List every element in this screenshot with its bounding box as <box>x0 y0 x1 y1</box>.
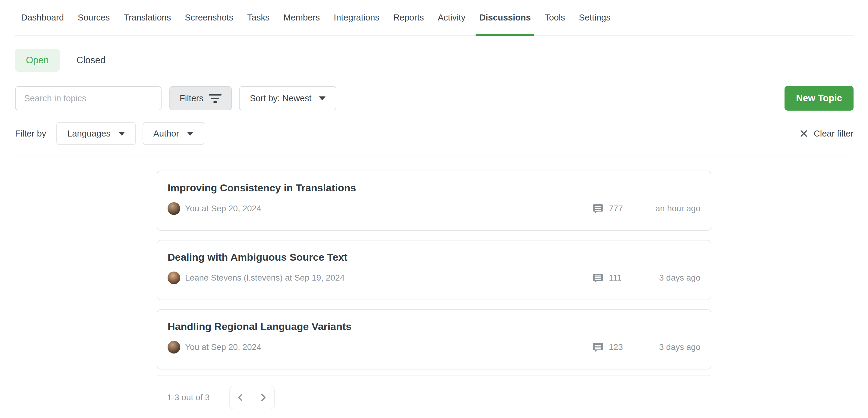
comment-count: 111 <box>592 272 649 284</box>
topic-updated-time: 3 days ago <box>649 273 701 283</box>
topic-author: Leane Stevens (l.stevens) at Sep 19, 202… <box>185 273 592 283</box>
search-input[interactable] <box>15 86 161 110</box>
nav-item-discussions[interactable]: Discussions <box>479 0 531 35</box>
tab-closed[interactable]: Closed <box>75 49 107 72</box>
nav-item-activity[interactable]: Activity <box>438 0 465 35</box>
avatar <box>167 271 180 284</box>
chevron-right-icon <box>258 392 268 403</box>
chevron-down-icon <box>319 96 326 100</box>
comment-icon <box>592 202 604 215</box>
languages-filter-label: Languages <box>67 129 111 139</box>
topic-author: You at Sep 20, 2024 <box>185 342 592 352</box>
topic-updated-time: 3 days ago <box>649 342 701 352</box>
filter-bar: Filter by Languages Author Clear filter <box>0 122 868 145</box>
avatar <box>167 202 180 215</box>
comment-icon <box>592 341 604 353</box>
topic-author: You at Sep 20, 2024 <box>185 204 592 213</box>
chevron-down-icon <box>119 132 125 136</box>
topic-card[interactable]: Dealing with Ambiguous Source Text Leane… <box>157 240 711 300</box>
filters-button-label: Filters <box>180 93 204 103</box>
pagination-bar: 1-3 out of 3 <box>157 375 711 409</box>
nav-item-dashboard[interactable]: Dashboard <box>21 0 64 35</box>
clear-filter-button[interactable]: Clear filter <box>799 129 854 139</box>
avatar <box>167 341 180 354</box>
nav-item-settings[interactable]: Settings <box>579 0 611 35</box>
topic-title[interactable]: Improving Consistency in Translations <box>167 182 701 194</box>
comment-count: 777 <box>592 202 649 215</box>
author-filter-label: Author <box>153 129 179 139</box>
comment-count-value: 123 <box>609 342 623 352</box>
nav-item-tasks[interactable]: Tasks <box>247 0 270 35</box>
filters-button[interactable]: Filters <box>169 86 232 110</box>
next-page-button[interactable] <box>252 386 274 409</box>
new-topic-button[interactable]: New Topic <box>784 86 854 110</box>
topic-meta: You at Sep 20, 2024 123 3 days ago <box>167 341 701 354</box>
topic-meta: Leane Stevens (l.stevens) at Sep 19, 202… <box>167 271 701 284</box>
topics-list: Improving Consistency in Translations Yo… <box>157 170 711 409</box>
sort-dropdown[interactable]: Sort by: Newest <box>239 86 336 110</box>
comment-count: 123 <box>592 341 649 353</box>
nav-item-members[interactable]: Members <box>284 0 320 35</box>
comment-count-value: 111 <box>609 273 622 283</box>
tab-open[interactable]: Open <box>15 49 60 72</box>
pagination-range-label: 1-3 out of 3 <box>167 393 210 402</box>
project-navbar: Dashboard Sources Translations Screensho… <box>14 0 854 36</box>
nav-item-reports[interactable]: Reports <box>393 0 424 35</box>
chevron-down-icon <box>187 132 193 136</box>
clear-filter-label: Clear filter <box>814 129 854 139</box>
nav-item-screenshots[interactable]: Screenshots <box>185 0 233 35</box>
filter-by-label: Filter by <box>15 129 46 139</box>
nav-item-sources[interactable]: Sources <box>78 0 110 35</box>
comment-icon <box>592 272 604 284</box>
status-tabs: Open Closed <box>0 49 868 72</box>
discussions-toolbar: Filters Sort by: Newest New Topic <box>0 86 868 110</box>
topic-card[interactable]: Handling Regional Language Variants You … <box>157 309 711 369</box>
topic-card[interactable]: Improving Consistency in Translations Yo… <box>157 170 711 231</box>
topic-meta: You at Sep 20, 2024 777 an hour ago <box>167 202 701 215</box>
nav-item-tools[interactable]: Tools <box>545 0 565 35</box>
pager-controls <box>229 386 275 409</box>
topic-title[interactable]: Handling Regional Language Variants <box>167 321 701 332</box>
nav-item-integrations[interactable]: Integrations <box>334 0 379 35</box>
close-icon <box>799 129 808 138</box>
filter-lines-icon <box>209 94 221 103</box>
comment-count-value: 777 <box>609 204 623 213</box>
nav-item-translations[interactable]: Translations <box>124 0 171 35</box>
section-divider <box>14 156 854 156</box>
topic-title[interactable]: Dealing with Ambiguous Source Text <box>167 251 701 263</box>
previous-page-button[interactable] <box>230 386 252 409</box>
author-filter-dropdown[interactable]: Author <box>143 122 204 145</box>
topic-updated-time: an hour ago <box>649 204 701 213</box>
languages-filter-dropdown[interactable]: Languages <box>56 122 136 145</box>
sort-dropdown-label: Sort by: Newest <box>250 93 312 103</box>
chevron-left-icon <box>236 392 246 403</box>
